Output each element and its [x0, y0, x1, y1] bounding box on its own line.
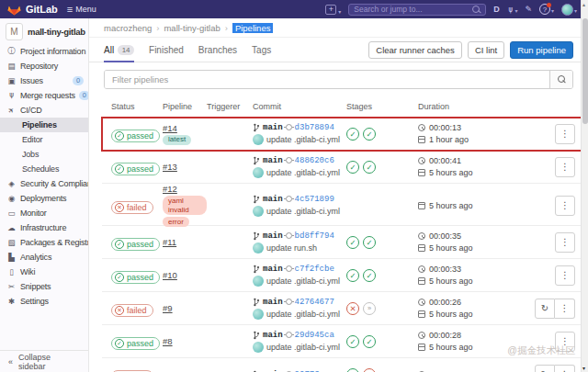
commit-message[interactable]: update .gitlab-ci.yml — [266, 168, 340, 177]
committer-avatar[interactable] — [253, 309, 264, 320]
kebab-menu-button[interactable] — [555, 124, 575, 144]
sidebar-item-infrastructure[interactable]: Infrastructure — [0, 220, 88, 235]
pipeline-link[interactable]: #14 — [163, 123, 177, 133]
kebab-menu-button[interactable] — [555, 265, 575, 286]
tab-branches[interactable]: Branches — [198, 38, 237, 62]
todo-icon[interactable] — [525, 5, 532, 14]
stage-passed-icon[interactable] — [363, 335, 376, 348]
kebab-menu-button[interactable] — [555, 299, 575, 319]
tab-finished[interactable]: Finished — [149, 38, 184, 62]
collapse-sidebar-button[interactable]: Collapse sidebar — [0, 350, 88, 372]
menu-button[interactable]: Menu — [67, 4, 96, 15]
status-badge[interactable]: passed — [111, 130, 160, 142]
sidebar-item-jobs[interactable]: Jobs — [0, 147, 88, 162]
commit-sha-link[interactable]: c7f2fcbe — [295, 265, 334, 274]
sidebar-item-analytics[interactable]: Analytics — [0, 250, 88, 265]
run-pipeline-button[interactable]: Run pipeline — [510, 41, 573, 59]
stage-passed-icon[interactable] — [346, 128, 359, 141]
commit-sha-link[interactable]: 29d945ca — [295, 331, 334, 340]
stage-passed-icon[interactable] — [346, 335, 359, 348]
clear-runner-caches-button[interactable]: Clear runner caches — [368, 41, 462, 59]
sidebar-item-wiki[interactable]: Wiki — [0, 265, 88, 279]
kebab-menu-button[interactable] — [555, 232, 575, 253]
commit-message[interactable]: update run.sh — [266, 243, 317, 253]
sidebar-item-packages-registries[interactable]: Packages & Registries — [0, 235, 88, 250]
ci-lint-button[interactable]: CI lint — [468, 41, 504, 59]
breadcrumb-namespace[interactable]: macrozheng — [104, 23, 152, 33]
global-search[interactable] — [348, 4, 486, 16]
stage-passed-icon[interactable] — [346, 161, 359, 174]
filter-search-button[interactable] — [549, 71, 572, 88]
stage-passed-icon[interactable] — [363, 269, 376, 282]
commit-sha-link[interactable]: d3b78894 — [295, 123, 334, 132]
commit-message[interactable]: update .gitlab-ci.yml — [266, 135, 340, 144]
commit-sha-link[interactable]: 488620c6 — [295, 156, 334, 165]
stage-skipped-icon[interactable] — [363, 302, 376, 315]
pipeline-link[interactable]: #10 — [163, 270, 177, 280]
stage-passed-icon[interactable] — [363, 161, 376, 174]
project-header[interactable]: M mall-tiny-gitlab — [0, 18, 88, 44]
pipeline-link[interactable]: #9 — [163, 303, 173, 313]
kebab-menu-button[interactable] — [555, 157, 575, 177]
doc-icon[interactable] — [493, 5, 500, 14]
sidebar-item-deployments[interactable]: Deployments — [0, 191, 88, 206]
committer-avatar[interactable] — [253, 276, 264, 287]
branch-link[interactable]: main — [263, 156, 283, 165]
vertical-scrollbar[interactable]: ▴ ▾ — [581, 0, 588, 372]
new-dropdown[interactable]: + — [325, 1, 341, 17]
pipeline-link[interactable]: #8 — [163, 336, 173, 346]
sidebar-item-settings[interactable]: Settings — [0, 294, 88, 309]
committer-avatar[interactable] — [253, 342, 264, 353]
global-search-input[interactable] — [354, 5, 472, 14]
sidebar-item-monitor[interactable]: Monitor — [0, 206, 88, 220]
sidebar-item-security-compliance[interactable]: Security & Compliance — [0, 176, 88, 191]
status-badge[interactable]: failed — [111, 304, 153, 317]
branch-link[interactable]: main — [263, 298, 283, 307]
status-badge[interactable]: passed — [111, 238, 160, 251]
tab-tags[interactable]: Tags — [252, 38, 271, 62]
brand-title[interactable]: GitLab — [26, 4, 58, 15]
sidebar-item-pipelines[interactable]: Pipelines — [0, 118, 88, 132]
kebab-menu-button[interactable] — [555, 196, 575, 216]
help-dropdown[interactable] — [539, 4, 554, 15]
sidebar-item-issues[interactable]: Issues 0 — [0, 73, 88, 88]
committer-avatar[interactable] — [253, 167, 264, 178]
commit-message[interactable]: update .gitlab-ci.yml — [266, 343, 340, 352]
kebab-menu-button[interactable] — [555, 365, 575, 372]
branch-link[interactable]: main — [263, 123, 283, 132]
sidebar-item-editor[interactable]: Editor — [0, 132, 88, 147]
stage-passed-icon[interactable] — [346, 269, 359, 282]
commit-message[interactable]: update .gitlab-ci.yml — [266, 207, 340, 216]
status-badge[interactable]: failed — [111, 201, 153, 214]
pipeline-link[interactable]: #12 — [163, 184, 177, 194]
stage-failed-icon[interactable] — [346, 302, 359, 315]
merge-requests-shortcut[interactable] — [507, 5, 518, 15]
branch-link[interactable]: main — [263, 231, 283, 241]
filter-pipelines-input[interactable] — [105, 71, 549, 88]
retry-pipeline-button[interactable] — [535, 365, 555, 372]
sidebar-item-merge-requests[interactable]: Merge requests 0 — [0, 88, 88, 103]
breadcrumb-project[interactable]: mall-tiny-gitlab — [164, 23, 220, 33]
breadcrumb-pipelines[interactable]: Pipelines — [232, 23, 274, 33]
stage-passed-icon[interactable] — [363, 128, 376, 141]
pipeline-link[interactable]: #11 — [163, 237, 176, 247]
status-badge[interactable]: passed — [111, 163, 160, 175]
tab-all[interactable]: All 14 — [104, 38, 134, 62]
commit-message[interactable]: update .gitlab-ci.yml — [266, 276, 340, 286]
sidebar-item-cicd[interactable]: CI/CD — [0, 103, 88, 118]
branch-link[interactable]: main — [263, 265, 283, 274]
sidebar-item-project-information[interactable]: Project information — [0, 44, 88, 59]
stage-passed-icon[interactable] — [346, 236, 359, 249]
stage-failed-icon[interactable] — [363, 368, 376, 372]
branch-link[interactable]: main — [263, 195, 283, 204]
committer-avatar[interactable] — [253, 206, 264, 217]
scrollbar-up-arrow[interactable]: ▴ — [582, 1, 585, 7]
scrollbar-down-arrow[interactable]: ▾ — [582, 365, 585, 371]
pipeline-link[interactable]: #13 — [163, 162, 177, 172]
committer-avatar[interactable] — [253, 242, 264, 254]
commit-sha-link[interactable]: 4c571899 — [295, 195, 334, 204]
stage-passed-icon[interactable] — [363, 236, 376, 249]
sidebar-item-repository[interactable]: Repository — [0, 59, 88, 73]
committer-avatar[interactable] — [253, 134, 264, 145]
sidebar-item-snippets[interactable]: Snippets — [0, 279, 88, 294]
